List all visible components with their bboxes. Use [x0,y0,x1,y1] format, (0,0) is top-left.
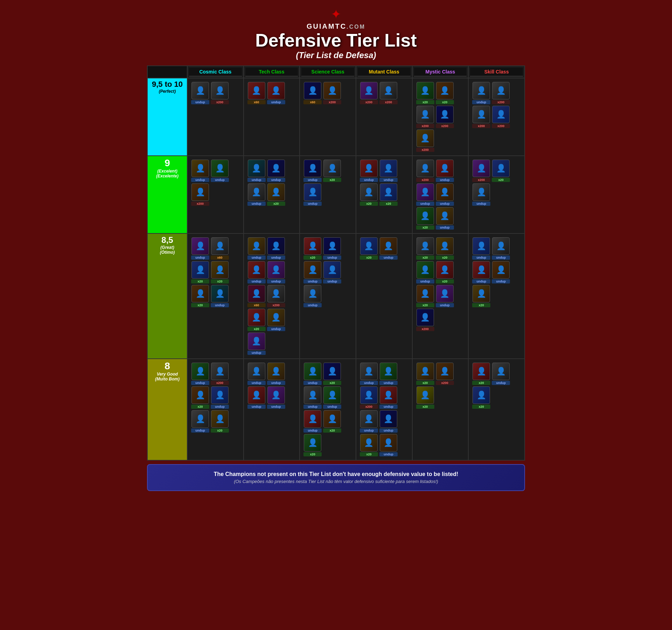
champ-grt-mys-1: 👤 x20 [416,237,434,260]
tier-excellent-mutant: 👤 undup 👤 undup 👤 x20 👤 x20 [356,156,412,233]
champion-mystic-2: 👤 x20 [436,82,454,104]
champ-exc-mys-6: 👤 undup [436,207,454,230]
champ-exc-sci-1: 👤 undup [303,160,322,182]
champ-vg-sci-6: 👤 x20 [323,410,341,433]
champ-vg-mys-3: 👤 x20 [416,386,434,409]
champ-vg-sci-3: 👤 undup [303,386,322,409]
champ-vg-cos-6: 👤 x20 [211,410,229,433]
champ-grt-mys-3: 👤 undup [416,261,434,284]
champ-exc-ski-1: 👤 x200 [472,160,490,182]
champ-exc-mys-3: 👤 undup [416,183,434,206]
champ-grt-mys-2: 👤 x20 [436,237,454,260]
champ-vg-mut-4: 👤 undup [379,386,398,409]
champ-vg-sci-2: 👤 x20 [323,363,341,385]
champ-vg-cos-5: 👤 undup [191,410,209,433]
champ-exc-mys-5: 👤 x20 [416,207,434,230]
tier-perfect-cosmic: 👤 undup 👤 x200 [187,78,244,156]
tier-great-mutant: 👤 x20 👤 undup [356,233,412,359]
champion-skill-3: 👤 x200 [472,106,490,128]
champ-exc-ski-3: 👤 undup [472,183,490,206]
champ-vg-ski-3: 👤 x20 [472,386,490,409]
champ-grt-ski-2: 👤 undup [492,237,510,260]
champ-vg-mut-7: 👤 x20 [360,434,378,456]
tier-excellent-skill: 👤 x200 👤 x20 👤 undup [468,156,525,233]
tier-perfect-mystic: 👤 x20 👤 x20 👤 x200 👤 x200 [412,78,469,156]
class-header-skill: Skill Class [468,66,525,78]
champ-vg-tec-1: 👤 undup [247,363,266,385]
tier-perfect-mutant: 👤 x200 👤 x200 [356,78,412,156]
champ-vg-mys-2: 👤 x200 [436,363,454,385]
class-header-science: Science Class [300,66,356,78]
tier-excellent-science: 👤 undup 👤 x20 👤 undup [300,156,356,233]
champ-grt-mys-7: 👤 x200 [416,309,434,331]
champ-exc-cosmic-2: 👤 undup [211,160,229,182]
tier-verygood-cosmic: 👤 undup 👤 x200 👤 x20 👤 undup [187,359,244,460]
champ-vg-sci-5: 👤 undup [303,410,322,433]
footer-note: The Champions not present on this Tier L… [147,464,525,491]
tier-great-cosmic: 👤 undup 👤 x60 👤 x20 👤 x20 [187,233,244,359]
logo-icon: ✦ [147,7,525,22]
tier-verygood-mystic: 👤 x20 👤 x200 👤 x20 [412,359,469,460]
champ-grt-tec-8: 👤 undup [267,309,285,331]
champ-exc-tech-4: 👤 x20 [267,183,285,206]
champ-vg-tec-2: 👤 undup [267,363,285,385]
champ-exc-mut-1: 👤 undup [360,160,378,182]
champ-vg-cos-3: 👤 x20 [191,386,209,409]
champ-grt-tec-9: 👤 undup [247,332,266,355]
champ-vg-tec-4: 👤 undup [267,386,285,409]
champion-mutant-2: 👤 x200 [379,82,398,104]
champ-exc-cosmic-3: 👤 x200 [191,183,209,206]
champion-skill-2: 👤 x200 [492,82,510,104]
champ-vg-mut-6: 👤 undup [379,410,398,433]
champ-exc-mut-3: 👤 x20 [360,183,378,206]
champ-grt-cos-2: 👤 x60 [211,237,229,260]
site-name: GuiaMTC.com [147,22,525,30]
tier-row-excellent: 9 (Excelent)(Excelente) 👤 undup 👤 undup … [147,156,525,233]
champion-mystic-5: 👤 x200 [416,130,434,152]
champ-exc-mys-2: 👤 undup [436,160,454,182]
tier-label-great: 8,5 (Great)(Ótimo) [147,233,187,359]
champion-mystic-3: 👤 x200 [416,106,434,128]
footer-sub-text: (Os Campeões não presentes nesta Tier Li… [154,479,518,484]
main-title: Defensive Tier List [147,30,525,50]
tier-label-verygood: 8 Very Good(Muito Bom) [147,359,187,460]
champ-exc-cosmic-1: 👤 undup [191,160,209,182]
champion-mutant-1: 👤 x200 [360,82,378,104]
champ-exc-tech-2: 👤 undup [267,160,285,182]
champion-science-1: 👤 x60 [303,82,322,104]
champ-exc-mys-4: 👤 undup [436,183,454,206]
sub-title: (Tier List de Defesa) [147,50,525,60]
champ-grt-mys-4: 👤 x20 [436,261,454,284]
champ-grt-mys-6: 👤 undup [436,285,454,307]
tier-label-perfect: 9,5 to 10 (Perfect) [147,78,187,156]
tier-excellent-mystic: 👤 x200 👤 undup 👤 undup 👤 undup [412,156,469,233]
champion-science-2: 👤 x200 [323,82,341,104]
tier-excellent-cosmic: 👤 undup 👤 undup 👤 x200 [187,156,244,233]
champ-grt-tec-2: 👤 undup [267,237,285,260]
champ-exc-ski-2: 👤 x20 [492,160,510,182]
tier-table: Cosmic Class Tech Class Science Class Mu… [147,65,525,461]
class-header-tech: Tech Class [244,66,300,78]
champ-grt-sci-2: 👤 undup [323,237,341,260]
tier-excellent-tech: 👤 undup 👤 undup 👤 undup 👤 x20 [244,156,300,233]
champ-exc-tech-1: 👤 undup [247,160,266,182]
tier-verygood-mutant: 👤 undup 👤 undup 👤 x200 👤 undup [356,359,412,460]
tier-verygood-science: 👤 undup 👤 x20 👤 undup 👤 undup [300,359,356,460]
champ-grt-cos-6: 👤 undup [211,285,229,307]
tier-row-verygood: 8 Very Good(Muito Bom) 👤 undup 👤 x200 👤 [147,359,525,460]
champ-grt-tec-1: 👤 undup [247,237,266,260]
champ-grt-sci-3: 👤 undup [303,261,322,284]
champ-grt-mut-1: 👤 x20 [360,237,378,260]
tier-perfect-science: 👤 x60 👤 x200 [300,78,356,156]
tier-great-tech: 👤 undup 👤 undup 👤 undup 👤 undup [244,233,300,359]
champ-grt-sci-4: 👤 undup [323,261,341,284]
champion-mystic-1: 👤 x20 [416,82,434,104]
champ-grt-mut-2: 👤 undup [379,237,398,260]
champ-exc-mys-1: 👤 x200 [416,160,434,182]
champ-grt-sci-1: 👤 x20 [303,237,322,260]
champ-exc-sci-3: 👤 undup [303,183,322,206]
champion-cosmic-1: 👤 undup [191,82,209,104]
tier-perfect-skill: 👤 undup 👤 x200 👤 x200 👤 x200 [468,78,525,156]
class-header-mystic: Mystic Class [412,66,469,78]
champ-vg-mys-1: 👤 x20 [416,363,434,385]
